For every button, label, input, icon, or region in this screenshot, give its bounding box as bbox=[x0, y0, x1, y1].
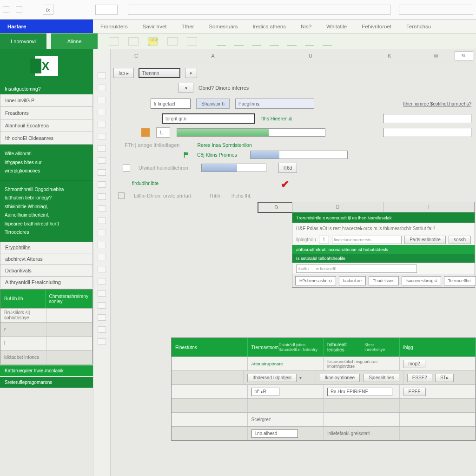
col-header[interactable]: A bbox=[162, 53, 264, 59]
form-panel: Iap ▸ Ttennnn ▾ ▾ Obnd? Dinore inferres … bbox=[113, 68, 471, 213]
sidebar-footer-2[interactable]: Sreteruflepragomarons bbox=[0, 377, 93, 388]
inset-btn[interactable]: Isacorneskirsigst bbox=[402, 276, 441, 285]
sb-text: wrerplgtionnones bbox=[5, 167, 88, 176]
label-ulw: Ulwitarl halinatiliehron bbox=[139, 165, 188, 171]
inset-col-i[interactable]: I bbox=[383, 202, 475, 212]
tab-7[interactable]: Whitatile bbox=[319, 20, 354, 33]
col-header[interactable]: K bbox=[357, 53, 422, 59]
sidebar-item[interactable]: Aithryanidil Frealcnluitng bbox=[0, 277, 93, 288]
lg-chip[interactable]: Ikoeloyntinnee bbox=[320, 374, 360, 382]
tab-8[interactable]: Fehivriforoet bbox=[354, 20, 399, 33]
tab-2[interactable]: Savir Irvet bbox=[135, 20, 174, 33]
tab-5[interactable]: Iredics athens bbox=[245, 20, 293, 33]
inset-input-1[interactable] bbox=[332, 236, 402, 244]
underline-icon[interactable] bbox=[252, 37, 261, 46]
dropdown-pageifrms[interactable]: Paegifrins. bbox=[235, 99, 314, 109]
lg-input[interactable]: I.nb.alhesd bbox=[251, 430, 298, 438]
col-header[interactable]: C bbox=[111, 53, 162, 59]
qat-icon-1[interactable] bbox=[3, 7, 9, 13]
orange-swatch-icon bbox=[141, 128, 150, 137]
formula-bar[interactable] bbox=[128, 5, 390, 15]
inset-chip-1[interactable]: Pads eatinotire bbox=[404, 236, 446, 244]
inset-btn[interactable]: Thadelsons bbox=[369, 276, 399, 285]
tab-6[interactable]: Nis? bbox=[293, 20, 319, 33]
workspace: C A U K W 5L Iap ▸ Ttennnn ▾ ▾ Obnd? Din… bbox=[111, 49, 476, 476]
sidebar-item[interactable]: Erypbhtiihs bbox=[0, 242, 93, 253]
lg-chip[interactable]: ST▸ bbox=[435, 374, 454, 382]
label-green-1: fths Hieeren.& bbox=[261, 116, 292, 121]
btn-shanwoir[interactable]: Shanwoir h bbox=[196, 99, 230, 109]
inset-input-2[interactable] bbox=[296, 264, 417, 273]
inset-lbl: lipingthou bbox=[296, 237, 316, 242]
stepper[interactable]: 1. bbox=[156, 127, 170, 138]
inset-btn[interactable]: HPcbimesashnh;i bbox=[295, 276, 336, 285]
sidebar-item[interactable]: Ioner invilG P bbox=[0, 94, 93, 107]
input-blank-2[interactable] bbox=[383, 128, 471, 137]
input-torgrit[interactable]: torgrit gr.n bbox=[162, 113, 255, 124]
filter-icon[interactable] bbox=[305, 37, 314, 46]
dropdown-icon[interactable]: ▾ bbox=[178, 83, 193, 93]
paste-icon[interactable] bbox=[109, 37, 119, 46]
tab-0[interactable]: Harfare bbox=[0, 20, 93, 33]
grid-cell[interactable]: r bbox=[0, 323, 46, 336]
qat-icon-2[interactable] bbox=[16, 7, 22, 13]
name-box[interactable] bbox=[95, 5, 118, 15]
col-header-end[interactable]: 5L bbox=[455, 51, 473, 60]
lg-chip[interactable]: EPEF bbox=[403, 388, 426, 396]
tab-1[interactable]: Fronrukters bbox=[93, 20, 135, 33]
lg-input[interactable]: of' ▸R bbox=[251, 388, 279, 396]
sidebar-item[interactable]: Freadtonrs bbox=[0, 107, 93, 119]
tab-3[interactable]: Tther bbox=[174, 20, 202, 33]
inset-btn[interactable]: badauLae bbox=[339, 276, 366, 285]
sidebar-item[interactable]: abchircvt Aiteras bbox=[0, 253, 93, 265]
lg-chip[interactable]: Sjoeariltiries bbox=[364, 374, 399, 382]
link-details[interactable]: Ithen iomree $eotilhef.harritrehs? bbox=[403, 101, 471, 106]
file-tab[interactable]: Lnprovorwl bbox=[0, 33, 46, 49]
highlight-chip[interactable]: IMCE s bbox=[148, 37, 158, 46]
btn-iap[interactable]: Iap ▸ bbox=[113, 68, 134, 78]
col-header[interactable]: W bbox=[422, 53, 450, 59]
col-header[interactable]: U bbox=[264, 53, 357, 59]
italic-icon[interactable] bbox=[234, 37, 244, 46]
lg-cell: Sceirgrez - bbox=[251, 417, 274, 422]
lg-chip[interactable]: ESSE2 bbox=[407, 374, 432, 382]
formula-bar-ext[interactable] bbox=[399, 5, 473, 15]
checkbox[interactable] bbox=[118, 192, 125, 199]
sb-text: tutthutien tiebr lonegy? bbox=[5, 194, 88, 203]
grid-cell[interactable]: idktadbet infonce bbox=[0, 350, 46, 364]
sidebar-footer-1[interactable]: Kattarueqoler hwie-monlanik bbox=[0, 365, 93, 376]
sub-tab-2[interactable]: Alinne bbox=[51, 33, 98, 49]
inset-btn[interactable]: Teecoueflhn: bbox=[444, 276, 476, 285]
format-icon[interactable] bbox=[167, 37, 178, 46]
color-icon[interactable] bbox=[187, 37, 197, 46]
quick-access-toolbar: fx bbox=[0, 0, 476, 20]
cut-icon[interactable] bbox=[128, 37, 139, 46]
input-blank-1[interactable] bbox=[383, 114, 471, 123]
clipboard-group: IMCE s bbox=[102, 37, 197, 46]
sort-icon[interactable] bbox=[287, 37, 297, 46]
sidebar-item[interactable]: Alanhouil Ecoatreoa bbox=[0, 119, 93, 132]
sidebar-item[interactable]: Ith oohoEl Oldesanres bbox=[0, 132, 93, 145]
checkbox[interactable] bbox=[123, 164, 130, 172]
fill-icon[interactable] bbox=[270, 37, 279, 46]
lg-chip[interactable]: Ithdersad Iklprit|esl bbox=[247, 374, 297, 382]
grid-hdr: BuUlb.lIh bbox=[0, 290, 46, 308]
grid-cell[interactable]: Bruislilotk sl| sohnitrisnye bbox=[0, 309, 46, 322]
tab-4[interactable]: Somesruars bbox=[201, 20, 245, 33]
inset-num[interactable]: 1 bbox=[319, 236, 329, 244]
inset-col-d[interactable]: D bbox=[292, 202, 383, 212]
tab-9[interactable]: Ternhchsu bbox=[399, 20, 438, 33]
fx-indicator[interactable]: fx bbox=[43, 5, 53, 15]
grid-cell[interactable]: l bbox=[0, 337, 46, 350]
find-icon[interactable] bbox=[323, 37, 332, 46]
cell-d[interactable]: D bbox=[258, 202, 295, 213]
lg-input[interactable]: Ra.Hru EPIRIENE bbox=[327, 388, 392, 396]
lg-chip[interactable]: mop2 bbox=[403, 360, 425, 368]
dropdown-tenn[interactable]: Ttennnn bbox=[139, 68, 180, 78]
inset-chip-2[interactable]: sossh bbox=[449, 236, 471, 244]
bold-icon[interactable] bbox=[217, 37, 226, 46]
btn-dd[interactable]: ▾ bbox=[185, 68, 197, 78]
sidebar-item[interactable]: Dcbaritivals bbox=[0, 265, 93, 277]
field-a[interactable]: § Iingetacl bbox=[151, 99, 191, 109]
btn-ll6d[interactable]: ll:6d bbox=[278, 163, 297, 173]
